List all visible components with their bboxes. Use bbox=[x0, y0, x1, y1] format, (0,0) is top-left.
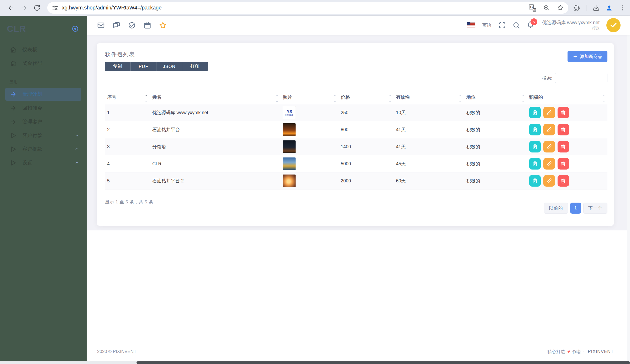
site-settings-icon[interactable] bbox=[52, 5, 58, 11]
arrow-right-icon bbox=[10, 91, 17, 98]
plus-icon bbox=[573, 54, 578, 59]
json-button[interactable]: JSON bbox=[156, 62, 182, 71]
delete-button[interactable] bbox=[558, 158, 569, 170]
delete-button[interactable] bbox=[558, 124, 569, 135]
arrow-right-icon bbox=[10, 119, 17, 125]
view-button[interactable] bbox=[529, 124, 541, 135]
header-name[interactable]: 姓名 bbox=[150, 90, 281, 104]
sort-asc-icon[interactable] bbox=[388, 94, 392, 97]
notifications-button[interactable]: 5 bbox=[527, 21, 534, 29]
sort-desc-icon[interactable] bbox=[522, 100, 525, 103]
header-actions[interactable]: 积极的 bbox=[527, 90, 607, 104]
vertical-scrollbar[interactable] bbox=[627, 16, 630, 361]
sort-desc-icon[interactable] bbox=[602, 100, 605, 103]
header-photo[interactable]: 照片 bbox=[281, 90, 339, 104]
notification-badge: 5 bbox=[531, 18, 537, 25]
edit-button[interactable] bbox=[543, 175, 555, 187]
language-selector[interactable]: 英语 bbox=[482, 22, 492, 28]
browser-forward-button[interactable] bbox=[20, 4, 27, 11]
sort-desc-icon[interactable] bbox=[333, 100, 337, 103]
next-page-button[interactable]: 下一个 bbox=[583, 203, 607, 214]
sidebar-item-manage-plans[interactable]: 管理计划 bbox=[5, 88, 81, 101]
sort-asc-icon[interactable] bbox=[333, 94, 337, 97]
user-menu[interactable]: 优选源码库 www.yxymk.net 行政 bbox=[542, 19, 600, 31]
cell-price: 800 bbox=[339, 121, 394, 138]
clipboard-icon bbox=[532, 110, 538, 115]
avatar[interactable] bbox=[606, 18, 621, 32]
sort-desc-icon[interactable] bbox=[275, 100, 279, 103]
cell-photo bbox=[281, 121, 339, 138]
edit-button[interactable] bbox=[543, 107, 555, 118]
sidebar-item-customer-withdrawals[interactable]: 客户提款 bbox=[0, 142, 87, 156]
previous-page-button[interactable]: 以前的 bbox=[544, 203, 568, 214]
sidebar-pin-icon[interactable] bbox=[72, 25, 79, 32]
sort-desc-icon[interactable] bbox=[388, 100, 392, 103]
header-status[interactable]: 地位 bbox=[464, 90, 527, 104]
translate-icon[interactable]: G文 bbox=[529, 4, 536, 11]
search-icon[interactable] bbox=[513, 22, 520, 29]
add-product-button[interactable]: 添加新商品 bbox=[568, 51, 607, 62]
clipboard-icon bbox=[532, 144, 538, 150]
bookmark-star-icon[interactable] bbox=[557, 4, 564, 11]
url-text[interactable]: xg.hwym.shop/admin/YWRtaW4=/package bbox=[62, 5, 529, 11]
delete-button[interactable] bbox=[558, 175, 569, 187]
edit-button[interactable] bbox=[543, 141, 555, 152]
table-search-input[interactable] bbox=[555, 73, 607, 83]
browser-back-button[interactable] bbox=[7, 4, 14, 11]
app-logo[interactable]: CLR bbox=[7, 24, 26, 34]
sidebar-item-dashboard[interactable]: 仪表板 bbox=[0, 43, 87, 56]
edit-button[interactable] bbox=[543, 124, 555, 135]
trash-icon bbox=[560, 161, 566, 167]
chat-icon[interactable] bbox=[113, 22, 120, 29]
header-id[interactable]: 序号 bbox=[105, 90, 150, 104]
print-button[interactable]: 打印 bbox=[182, 62, 208, 71]
photo-yxymk-logo: YX 优选源码库 bbox=[283, 106, 296, 119]
view-button[interactable] bbox=[529, 158, 541, 170]
fullscreen-icon[interactable] bbox=[498, 22, 506, 29]
sort-asc-icon[interactable] bbox=[275, 94, 279, 97]
sort-asc-icon[interactable] bbox=[602, 94, 605, 97]
browser-reload-button[interactable] bbox=[34, 4, 40, 11]
sort-asc-icon[interactable] bbox=[522, 94, 525, 97]
downloads-icon[interactable] bbox=[593, 4, 600, 11]
edit-button[interactable] bbox=[543, 158, 555, 170]
sort-desc-icon[interactable] bbox=[145, 100, 148, 103]
mail-icon[interactable] bbox=[97, 22, 105, 29]
sort-asc-icon[interactable] bbox=[145, 94, 148, 97]
pencil-icon bbox=[546, 161, 552, 167]
sidebar-item-customer-payments[interactable]: 客户付款 bbox=[0, 129, 87, 142]
sidebar-item-settings[interactable]: 设置 bbox=[0, 156, 87, 170]
sidebar-item-label: 客户付款 bbox=[22, 132, 42, 139]
user-role: 行政 bbox=[542, 26, 600, 31]
view-button[interactable] bbox=[529, 107, 541, 118]
sidebar-item-rebate-commission[interactable]: 回扣佣金 bbox=[0, 101, 87, 115]
zoom-icon[interactable] bbox=[543, 4, 550, 11]
copy-button[interactable]: 复制 bbox=[105, 62, 131, 71]
sidebar-item-bonus-code[interactable]: 奖金代码 bbox=[0, 56, 87, 70]
check-circle-icon[interactable] bbox=[128, 22, 136, 29]
pdf-button[interactable]: PDF bbox=[131, 62, 156, 71]
photo-offshore-platform bbox=[283, 157, 296, 170]
star-icon[interactable] bbox=[159, 22, 167, 29]
horizontal-scrollbar-thumb[interactable] bbox=[136, 361, 630, 364]
browser-menu-icon[interactable] bbox=[619, 4, 626, 11]
content-area: 软件包列表 复制 PDF JSON 打印 添加新商品 bbox=[87, 35, 630, 230]
page-1-button[interactable]: 1 bbox=[570, 203, 581, 214]
sidebar-item-manage-customers[interactable]: 管理客户 bbox=[0, 115, 87, 129]
header-price[interactable]: 价格 bbox=[339, 90, 394, 104]
view-button[interactable] bbox=[529, 141, 541, 152]
sort-asc-icon[interactable] bbox=[459, 94, 462, 97]
delete-button[interactable] bbox=[558, 107, 569, 118]
header-validity[interactable]: 有效性 bbox=[394, 90, 464, 104]
delete-button[interactable] bbox=[558, 141, 569, 152]
profile-icon[interactable] bbox=[606, 4, 613, 11]
home-icon bbox=[10, 60, 17, 67]
cell-actions bbox=[527, 172, 607, 189]
sort-desc-icon[interactable] bbox=[459, 100, 462, 103]
calendar-icon[interactable] bbox=[144, 22, 151, 29]
horizontal-scrollbar[interactable] bbox=[0, 361, 630, 364]
view-button[interactable] bbox=[529, 175, 541, 187]
us-flag-icon[interactable] bbox=[467, 22, 475, 28]
address-bar[interactable]: xg.hwym.shop/admin/YWRtaW4=/package G文 bbox=[47, 2, 568, 14]
extensions-icon[interactable] bbox=[573, 4, 580, 11]
